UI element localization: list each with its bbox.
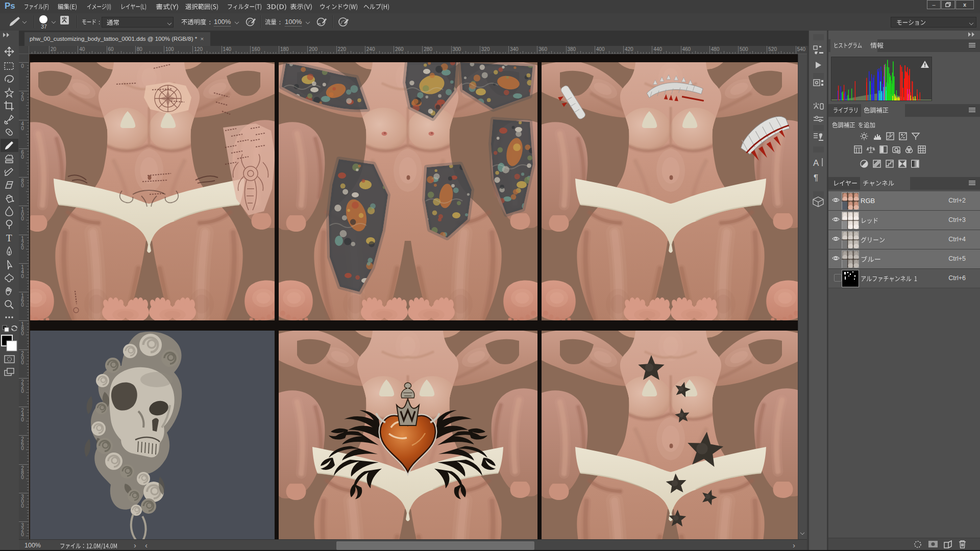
- svg-text:¶: ¶: [814, 173, 818, 183]
- svg-text:T: T: [6, 233, 12, 243]
- svg-text:A: A: [813, 158, 819, 168]
